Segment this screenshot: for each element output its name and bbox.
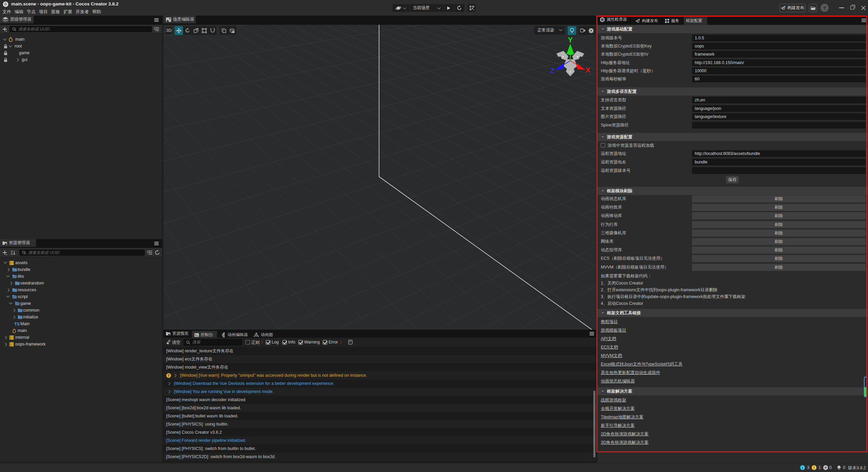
- svg-text:X: X: [586, 66, 591, 74]
- svg-text:Z: Z: [550, 66, 554, 75]
- svg-text:i: i: [802, 466, 803, 470]
- svg-text:Y: Y: [568, 36, 573, 44]
